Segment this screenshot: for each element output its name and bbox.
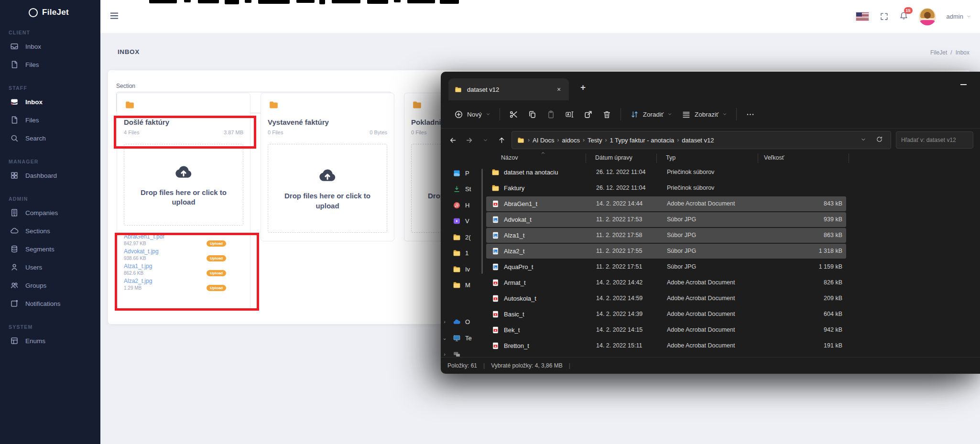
up-button[interactable] <box>493 132 510 148</box>
more-button[interactable] <box>741 106 760 123</box>
nav-pane-item-m[interactable]: M <box>441 279 484 291</box>
address-dropdown-icon[interactable] <box>860 136 869 144</box>
sidebar-item-files[interactable]: Files <box>0 55 100 74</box>
back-button[interactable] <box>445 132 461 148</box>
file-row[interactable]: Advokat_t11. 2. 2022 17:53Súbor JPG939 k… <box>486 212 846 227</box>
address-controls <box>860 136 886 145</box>
nav-pane-item-iv[interactable]: Iv <box>441 263 484 275</box>
card-files-count: 0 Files <box>268 130 283 135</box>
cloudone-icon <box>453 318 461 326</box>
refresh-icon[interactable] <box>876 136 886 145</box>
search-icon <box>10 134 19 142</box>
file-row[interactable]: AquaPro_t11. 2. 2022 17:51Súbor JPG1 159… <box>486 260 846 274</box>
file-name: Armat_t <box>504 279 526 286</box>
history-dropdown-icon[interactable] <box>477 132 493 148</box>
toolbar-button-label: Nový <box>467 111 482 118</box>
tab-close-icon[interactable]: × <box>555 86 563 93</box>
page-title: INBOX <box>118 48 140 55</box>
file-dropzone[interactable]: Drop files here or click to upload <box>268 144 387 233</box>
file-date: 11. 2. 2022 17:58 <box>596 232 642 238</box>
path-segment[interactable]: aidocs <box>559 137 583 144</box>
notifications-bell[interactable]: 15 <box>899 11 908 22</box>
sidebar-item-sections[interactable]: Sections <box>0 222 100 240</box>
file-date: 14. 2. 2022 14:15 <box>596 326 642 333</box>
logo-ring-icon <box>29 8 38 17</box>
column-header-date[interactable]: Dátum úpravy <box>595 154 632 161</box>
user-menu[interactable]: admin <box>947 13 971 20</box>
new-tab-button[interactable]: + <box>580 82 586 93</box>
file-row[interactable]: AbraGen1_t14. 2. 2022 14:44Adobe Acrobat… <box>486 196 846 211</box>
delete-button[interactable] <box>598 106 616 123</box>
winfolder-icon <box>453 233 461 241</box>
file-row[interactable]: Alza1_t11. 2. 2022 17:58Súbor JPG863 kB <box>486 228 846 243</box>
sidebar-item-dashboard[interactable]: Dashboard <box>0 166 100 184</box>
file-row[interactable]: dataset na anotaciu26. 12. 2022 11:04Pri… <box>486 165 846 180</box>
cut-button[interactable] <box>504 106 523 123</box>
sidebar-item-notifications[interactable]: Notifications <box>0 294 100 313</box>
file-date: 14. 2. 2022 15:11 <box>596 342 642 349</box>
sidebar-item-users[interactable]: Users <box>0 258 100 276</box>
column-header-name[interactable]: Názov <box>501 154 518 161</box>
file-row[interactable]: Autoskola_t14. 2. 2022 14:59Adobe Acroba… <box>486 291 846 306</box>
explorer-addressbar: ›AI Docs›aidocs›Testy›1 Typy faktur - an… <box>441 129 980 152</box>
path-segment[interactable]: AI Docs <box>530 137 557 144</box>
file-row[interactable]: Alza2_t11. 2. 2022 17:55Súbor JPG1 318 k… <box>486 244 846 259</box>
nav-pane-item-1[interactable]: 1 <box>441 247 484 259</box>
breadcrumb-current: Inbox <box>956 49 969 56</box>
column-header-type[interactable]: Typ <box>666 154 675 161</box>
menu-toggle-icon[interactable] <box>109 11 120 21</box>
sidebar-item-files[interactable]: Files <box>0 111 100 129</box>
chevron-right-icon: › <box>441 319 448 325</box>
view-button[interactable]: Zobraziť <box>677 106 732 123</box>
file-row[interactable]: Basic_t14. 2. 2022 14:39Adobe Acrobat Do… <box>486 307 846 322</box>
search-input[interactable]: Hľadať v: dataset v12 <box>896 131 973 149</box>
sidebar-item-companies[interactable]: Companies <box>0 204 100 222</box>
chevron-right-icon: › <box>441 351 448 357</box>
sidebar-item-enums[interactable]: Enums <box>0 332 100 350</box>
file-row[interactable]: Bretton_t14. 2. 2022 15:11Adobe Acrobat … <box>486 338 846 353</box>
forward-button[interactable] <box>461 132 477 148</box>
path-segment[interactable]: Testy <box>585 137 605 144</box>
nav-scrollbar[interactable] <box>481 169 483 274</box>
nav-pane-item-te[interactable]: ⌄Te <box>441 332 484 344</box>
file-row[interactable]: Armat_t14. 2. 2022 14:42Adobe Acrobat Do… <box>486 275 846 290</box>
file-size: 826 kB <box>761 279 842 286</box>
file-row[interactable]: Bek_t14. 2. 2022 14:15Adobe Acrobat Docu… <box>486 323 846 337</box>
nav-pane-item-h[interactable]: H <box>441 199 484 211</box>
file-dropzone[interactable]: Drop files here or click to upload <box>124 144 243 226</box>
sort-button[interactable]: Zoradiť <box>625 106 677 123</box>
minimize-icon[interactable] <box>960 84 967 85</box>
column-header-size[interactable]: Veľkosť <box>764 154 784 161</box>
winfolder-icon <box>491 168 500 176</box>
file-type: Adobe Acrobat Document <box>667 295 735 302</box>
sidebar-item-segments[interactable]: Segments <box>0 240 100 258</box>
rename-button[interactable] <box>560 106 579 123</box>
explorer-tab[interactable]: dataset v12 × <box>448 78 569 100</box>
path-segment[interactable]: 1 Typy faktur - anotacia <box>607 137 677 144</box>
address-path[interactable]: ›AI Docs›aidocs›Testy›1 Typy faktur - an… <box>512 131 891 149</box>
sidebar-item-inbox[interactable]: Inbox <box>0 37 100 55</box>
nav-pane-item-p[interactable]: P <box>441 167 484 179</box>
sidebar-item-groups[interactable]: Groups <box>0 276 100 294</box>
nav-pane-item-st[interactable]: St <box>441 183 484 195</box>
paste-icon <box>546 110 555 119</box>
breadcrumb-root[interactable]: FileJet <box>930 49 947 56</box>
new-button[interactable]: Nový <box>449 106 495 123</box>
language-flag-icon[interactable] <box>856 12 869 21</box>
sidebar-item-search[interactable]: Search <box>0 129 100 147</box>
fullscreen-icon[interactable] <box>880 12 889 21</box>
share-button[interactable] <box>579 106 598 123</box>
user-avatar[interactable] <box>919 8 936 25</box>
webfolder-icon <box>124 100 136 110</box>
nav-pane-item-v[interactable]: V <box>441 215 484 227</box>
file-row[interactable]: Faktury26. 12. 2022 11:04Priečinok súbor… <box>486 181 846 195</box>
nav-pane-item-2([interactable]: 2( <box>441 231 484 243</box>
nav-pane-item[interactable]: › <box>441 348 484 358</box>
nav-pane-item-o[interactable]: ›O <box>441 315 484 328</box>
folder-card[interactable]: Vystavené faktúry0 Files0 BytesDrop file… <box>261 93 394 241</box>
copy-button[interactable] <box>523 106 542 123</box>
chevron-down-icon <box>966 14 971 19</box>
sidebar-item-inbox[interactable]: Inbox <box>0 93 100 111</box>
path-segment[interactable]: dataset v12 <box>679 137 717 144</box>
cropped-glyph <box>245 0 251 3</box>
